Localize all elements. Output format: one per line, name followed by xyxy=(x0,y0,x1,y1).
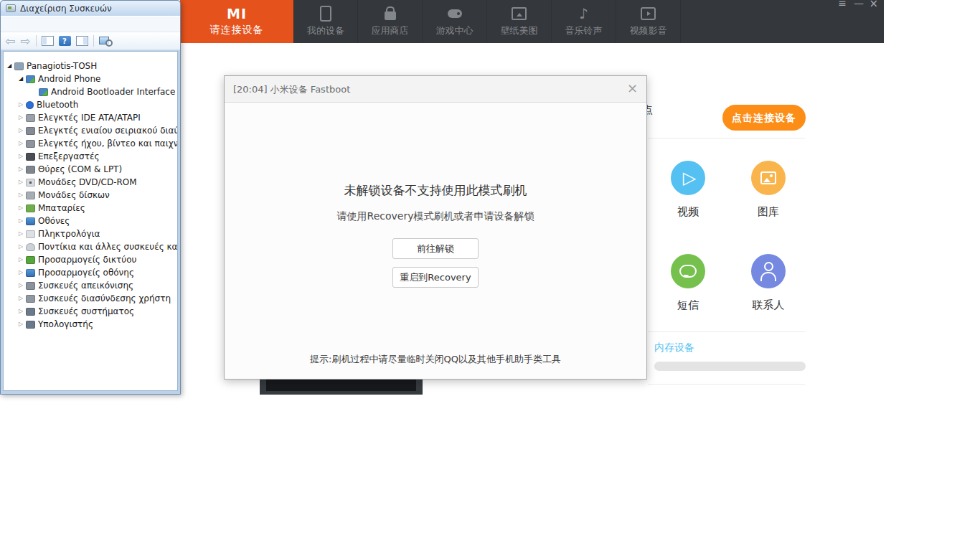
device-category-icon xyxy=(14,62,24,70)
tree-item[interactable]: Bluetooth xyxy=(4,98,177,111)
tree-item[interactable]: Μπαταρίες xyxy=(4,202,177,215)
reboot-to-recovery-button[interactable]: 重启到Recovery xyxy=(392,267,479,288)
tree-item-label: Ελεγκτές IDE ATA/ATAPI xyxy=(38,113,141,123)
tree-expander-icon[interactable] xyxy=(17,76,25,82)
tree-expander-icon[interactable] xyxy=(17,270,25,276)
nav-item-icon xyxy=(446,6,463,22)
tree-item[interactable]: Προσαρμογείς δικτύου xyxy=(4,253,177,266)
tree-item[interactable]: Θύρες (COM & LPT) xyxy=(4,163,177,176)
action-pane-icon[interactable] xyxy=(76,36,88,46)
device-category-icon xyxy=(26,269,35,277)
nav-items: 我的设备 应用商店 游戏中心 壁纸美图 音乐铃声 视频影音 xyxy=(293,0,681,43)
nav-item[interactable]: 壁纸美图 xyxy=(487,0,552,43)
storage-progress-bar xyxy=(654,362,806,371)
go-unlock-button[interactable]: 前往解锁 xyxy=(392,238,479,259)
device-category-icon xyxy=(26,166,35,174)
menu-item[interactable] xyxy=(30,23,43,26)
nav-item[interactable]: 音乐铃声 xyxy=(552,0,616,43)
tree-expander-icon[interactable] xyxy=(17,102,25,108)
tab-connect-device[interactable]: MI 请连接设备 xyxy=(180,0,293,43)
tree-item[interactable]: Ελεγκτές IDE ATA/ATAPI xyxy=(4,111,177,124)
shortcut-icon xyxy=(671,254,705,288)
tree-item[interactable]: Υπολογιστής xyxy=(4,318,177,331)
device-category-icon xyxy=(26,217,35,225)
nav-item-label: 游戏中心 xyxy=(436,24,473,37)
tree-expander-icon[interactable] xyxy=(17,321,25,327)
tree-expander-icon[interactable] xyxy=(17,115,25,121)
tree-item[interactable]: Συσκευές συστήματος xyxy=(4,305,177,318)
nav-item[interactable]: 游戏中心 xyxy=(423,0,487,43)
tree-item[interactable]: Panagiotis-TOSH xyxy=(4,60,177,72)
shortcut-item[interactable]: 短信 xyxy=(656,254,720,312)
shortcut-glyph-icon xyxy=(759,262,778,281)
nav-item-label: 应用商店 xyxy=(372,24,409,37)
tree-item[interactable]: Μονάδες DVD/CD-ROM xyxy=(4,176,177,189)
menu-item[interactable] xyxy=(4,23,17,26)
menu-icon[interactable]: ≡ xyxy=(838,0,847,9)
tree-item[interactable]: Προσαρμογείς οθόνης xyxy=(4,266,177,279)
help-icon[interactable]: ? xyxy=(59,36,71,46)
tree-item[interactable]: Συσκευές απεικόνισης xyxy=(4,279,177,292)
tree-item[interactable]: Android Phone xyxy=(4,72,177,85)
nav-item[interactable]: 我的设备 xyxy=(293,0,358,43)
nav-item[interactable]: 应用商店 xyxy=(358,0,423,43)
nav-item-icon xyxy=(317,6,334,22)
menu-item[interactable] xyxy=(43,23,56,26)
tree-item[interactable]: Ποντίκια και άλλες συσκευές κατάδ xyxy=(4,240,177,253)
nav-item[interactable]: 视频影音 xyxy=(616,0,681,43)
nav-item-icon xyxy=(382,6,399,22)
device-category-icon xyxy=(26,321,35,329)
tree-expander-icon[interactable] xyxy=(17,296,25,301)
tree-item[interactable]: Συσκευές διασύνδεσης χρήστη xyxy=(4,292,177,305)
forward-arrow-icon[interactable]: ⇨ xyxy=(20,35,30,47)
minimize-button[interactable]: — xyxy=(854,0,864,9)
tree-expander-icon[interactable] xyxy=(17,141,25,146)
menu-item[interactable] xyxy=(17,23,30,26)
tree-expander-icon[interactable] xyxy=(17,218,25,224)
dialog-titlebar: [20:04] 小米设备 Fastboot × xyxy=(225,76,646,103)
shortcut-item[interactable]: 图库 xyxy=(736,161,801,219)
tree-expander-icon[interactable] xyxy=(17,244,25,250)
tree-expander-icon[interactable] xyxy=(17,309,25,314)
shortcut-icon xyxy=(671,161,705,195)
device-category-icon xyxy=(26,101,34,109)
tree-expander-icon[interactable] xyxy=(17,257,25,263)
tree-expander-icon[interactable] xyxy=(17,166,25,172)
tree-expander-icon[interactable] xyxy=(17,128,25,133)
desktop: MI 请连接设备 我的设备 应用商店 游戏中心 壁纸美图 音乐铃声 xyxy=(0,0,980,551)
tree-expander-icon[interactable] xyxy=(5,63,14,69)
dialog-tip-text: 提示:刷机过程中请尽量临时关闭QQ以及其他手机助手类工具 xyxy=(225,353,646,366)
show-console-tree-icon[interactable] xyxy=(42,36,54,46)
device-category-icon xyxy=(26,75,35,83)
tree-expander-icon[interactable] xyxy=(17,283,25,288)
nav-item-label: 音乐铃声 xyxy=(565,24,603,37)
tree-item-label: Θύρες (COM & LPT) xyxy=(38,164,122,174)
shortcut-label: 视频 xyxy=(677,205,699,219)
tree-item[interactable]: Μονάδες δίσκων xyxy=(4,189,177,202)
toolbar-separator xyxy=(36,35,37,47)
tree-expander-icon[interactable] xyxy=(17,192,25,198)
tree-item-label: Android Bootloader Interface xyxy=(51,87,175,97)
tree-item-label: Επεξεργαστές xyxy=(38,151,99,161)
dialog-close-icon[interactable]: × xyxy=(627,82,638,95)
tree-item[interactable]: Επεξεργαστές xyxy=(4,150,177,163)
scan-hardware-changes-icon[interactable] xyxy=(99,36,113,47)
tree-item[interactable]: Ελεγκτές ήχου, βίντεο και παιχνιδιών xyxy=(4,137,177,150)
tree-item[interactable]: Πληκτρολόγια xyxy=(4,227,177,240)
tree-expander-icon[interactable] xyxy=(17,231,25,237)
tree-expander-icon[interactable] xyxy=(17,179,25,185)
device-category-icon xyxy=(26,295,35,303)
tree-expander-icon[interactable] xyxy=(17,205,25,211)
shortcut-item[interactable]: 视频 xyxy=(656,161,720,219)
shortcut-item[interactable]: 联系人 xyxy=(736,254,801,312)
back-arrow-icon[interactable]: ⇦ xyxy=(5,35,15,47)
close-button[interactable]: × xyxy=(869,0,878,10)
tree-item-label: Πληκτρολόγια xyxy=(38,229,100,239)
tree-item-label: Συσκευές διασύνδεσης χρήστη xyxy=(38,293,171,303)
connect-device-button[interactable]: 点击连接设备 xyxy=(722,105,806,131)
tree-expander-icon[interactable] xyxy=(17,154,25,159)
tree-item[interactable]: Android Bootloader Interface xyxy=(4,85,177,98)
device-category-icon xyxy=(26,140,35,148)
tree-item[interactable]: Ελεγκτές ενιαίου σειριακού διαύλου xyxy=(4,124,177,137)
tree-item[interactable]: Οθόνες xyxy=(4,215,177,227)
